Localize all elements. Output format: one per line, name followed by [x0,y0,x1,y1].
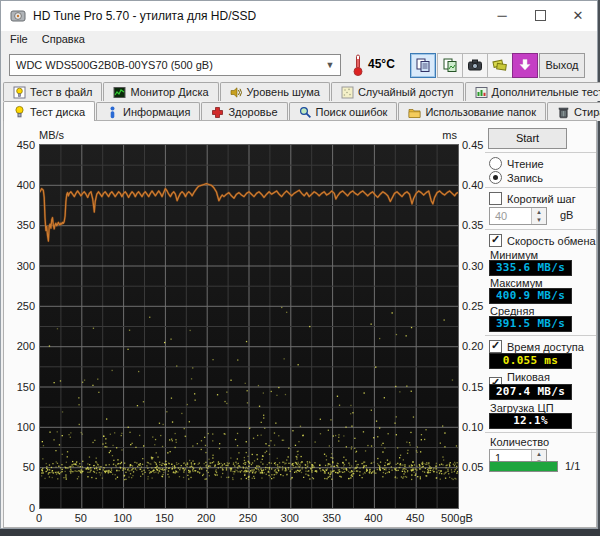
separator [485,187,596,188]
x-axis-tick: 250 [226,512,270,524]
left-axis-tick: 400 [5,179,35,191]
info-icon [106,106,119,119]
copy-text-icon [415,57,431,75]
minimize-button[interactable]: ─ [483,1,521,31]
benchmark-icon [13,105,26,118]
x-axis-tick: 50 [59,512,103,524]
copy-image-icon [442,57,458,75]
read-radio[interactable]: Чтение [489,157,544,170]
burst-rate-value: 207.4 MB/s [489,384,572,400]
minimum-value: 335.6 MB/s [489,260,572,276]
access-time-label: Время доступа [507,341,584,353]
write-radio-circle[interactable] [489,171,502,184]
copy-image-button[interactable] [437,53,463,78]
x-axis-tick: 500gB [435,512,479,524]
x-axis-tick: 350 [310,512,354,524]
menu-bar: FileСправка [1,31,597,49]
read-radio-circle[interactable] [489,157,502,170]
save-results-button[interactable] [487,53,513,78]
separator [485,152,596,153]
download-button[interactable] [512,53,538,78]
tab-label: Случайный доступ [358,86,454,98]
short-stride-checkbox-box[interactable] [489,192,502,205]
error-scan-icon [299,106,312,119]
write-radio[interactable]: Запись [489,171,543,184]
maximum-value: 400.9 MB/s [489,288,572,304]
screenshot-icon [467,57,483,75]
left-axis-tick: 450 [5,139,35,151]
separator [485,229,596,230]
tab-info[interactable]: Информация [96,102,200,121]
left-axis-tick: 350 [5,219,35,231]
tab-disk-monitor[interactable]: Монитор Диска [103,82,218,101]
noise-level-icon [230,86,243,99]
transfer-rate-checkbox-box[interactable] [489,234,502,247]
tab-row-upper: Тест в файлМонитор ДискаУровень шумаСлуч… [3,82,600,102]
pass-progress-label: 1/1 [565,460,580,472]
exit-button[interactable]: Выход [539,53,585,78]
close-button[interactable]: ✕ [559,1,597,31]
tab-extra-tests[interactable]: Дополнительные тесты [465,82,600,101]
erase-icon [557,106,570,119]
save-icon [492,57,508,75]
menu-help[interactable]: Справка [35,31,92,47]
tab-random-access[interactable]: Случайный доступ [331,82,464,101]
access-time-checkbox[interactable]: Время доступа [489,340,584,353]
folder-usage-icon [408,106,421,119]
tab-row-lower: Тест дискаИнформацияЗдоровьеПоиск ошибок… [3,101,600,121]
disk-monitor-icon [113,86,126,99]
drive-select-value: WDC WDS500G2B0B-00YS70 (500 gB) [16,59,213,71]
thermometer-icon [352,53,364,77]
write-radio-label: Запись [507,172,543,184]
tab-label: Дополнительные тесты [492,86,600,98]
benchmark-panel: MB/s ms 4504003503002502001501005000.450… [3,120,597,528]
access-time-checkbox-box[interactable] [489,340,502,353]
tab-noise-level[interactable]: Уровень шума [220,82,330,101]
x-axis-tick: 450 [393,512,437,524]
window-title: HD Tune Pro 5.70 - утилита для HD/SSD [33,1,256,31]
menu-file[interactable]: File [3,31,35,47]
drive-select[interactable]: WDC WDS500G2B0B-00YS70 (500 gB) ▼ [9,54,341,76]
title-bar: HD Tune Pro 5.70 - утилита для HD/SSD ─ … [1,1,597,31]
short-stride-checkbox[interactable]: Короткий шаг [489,192,576,205]
read-radio-label: Чтение [507,158,544,170]
stride-size-stepper[interactable]: 40 ▲▼ [489,207,547,225]
pass-progress-bar [489,461,558,472]
screenshot-button[interactable] [462,53,488,78]
tab-label: Поиск ошибок [316,106,388,118]
tab-file-benchmark[interactable]: Тест в файл [3,82,102,101]
tab-folder-usage[interactable]: Использование папок [398,102,546,121]
tab-error-scan[interactable]: Поиск ошибок [289,102,398,121]
left-axis-tick: 200 [5,340,35,352]
tab-disk-test[interactable]: Тест диска [3,101,95,121]
tab-label: Использование папок [425,106,536,118]
file-benchmark-icon [13,86,26,99]
tab-label: Уровень шума [247,86,320,98]
transfer-rate-checkbox[interactable]: Скорость обмена [489,234,596,247]
maximize-button[interactable] [521,1,559,31]
cpu-usage-value: 12.1% [489,413,572,429]
tab-health[interactable]: Здоровье [201,102,287,121]
chevron-down-icon: ▼ [322,55,338,75]
taskbar-strip [0,529,600,536]
app-icon [10,8,26,24]
download-icon [517,57,533,75]
average-value: 391.5 MB/s [489,316,572,332]
left-axis-unit: MB/s [39,129,64,141]
x-axis-tick: 150 [142,512,186,524]
x-axis-tick: 200 [184,512,228,524]
tab-erase[interactable]: Стирание [547,102,600,121]
x-axis-tick: 400 [351,512,395,524]
toolbar: WDC WDS500G2B0B-00YS70 (500 gB) ▼ 45°C В… [1,49,597,82]
copy-text-button[interactable] [410,53,436,78]
x-axis-tick: 0 [17,512,61,524]
tab-label: Стирание [574,106,600,118]
tab-label: Монитор Диска [130,86,208,98]
tab-label: Тест диска [30,106,85,118]
temperature-value: 45°C [368,57,395,71]
tab-label: Здоровье [228,106,277,118]
stepper-arrows-icon[interactable]: ▲▼ [531,208,546,224]
benchmark-plot [39,144,459,509]
health-icon [211,106,224,119]
start-button[interactable]: Start [488,128,567,149]
